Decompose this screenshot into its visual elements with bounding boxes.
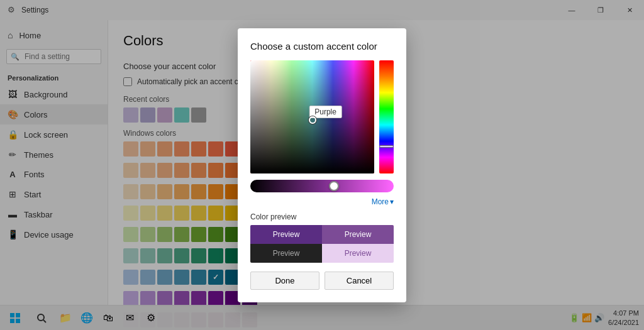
overlay: Choose a custom accent color Purple More… (0, 0, 644, 330)
spectrum-bar[interactable] (250, 180, 394, 192)
color-preview-grid: Preview Preview Preview Preview (250, 225, 394, 263)
preview-label-3: Preview (273, 249, 300, 258)
more-chevron-icon: ▾ (390, 197, 394, 206)
preview-light-bg: Preview (322, 244, 394, 263)
dialog-title: Choose a custom accent color (250, 41, 394, 52)
done-button[interactable]: Done (250, 272, 319, 290)
color-picker-area: Purple (250, 60, 394, 173)
preview-dark-accent: Preview (250, 225, 322, 244)
spectrum-bar-thumb[interactable] (329, 181, 339, 191)
color-gradient[interactable]: Purple (250, 60, 374, 173)
preview-label-2: Preview (345, 230, 372, 239)
color-tooltip: Purple (309, 106, 342, 118)
custom-accent-dialog: Choose a custom accent color Purple More… (238, 28, 406, 302)
more-row[interactable]: More ▾ (250, 197, 394, 206)
preview-dark-bg: Preview (250, 244, 322, 263)
preview-light-accent: Preview (322, 225, 394, 244)
spectrum-bar-wrapper (250, 180, 394, 192)
more-label: More (372, 197, 389, 206)
preview-label-1: Preview (273, 230, 300, 239)
hue-bar[interactable] (379, 60, 394, 173)
preview-label-4: Preview (345, 249, 372, 258)
hue-indicator (379, 145, 394, 148)
cancel-button[interactable]: Cancel (325, 272, 394, 290)
color-preview-label: Color preview (250, 212, 394, 221)
dialog-actions: Done Cancel (250, 272, 394, 290)
